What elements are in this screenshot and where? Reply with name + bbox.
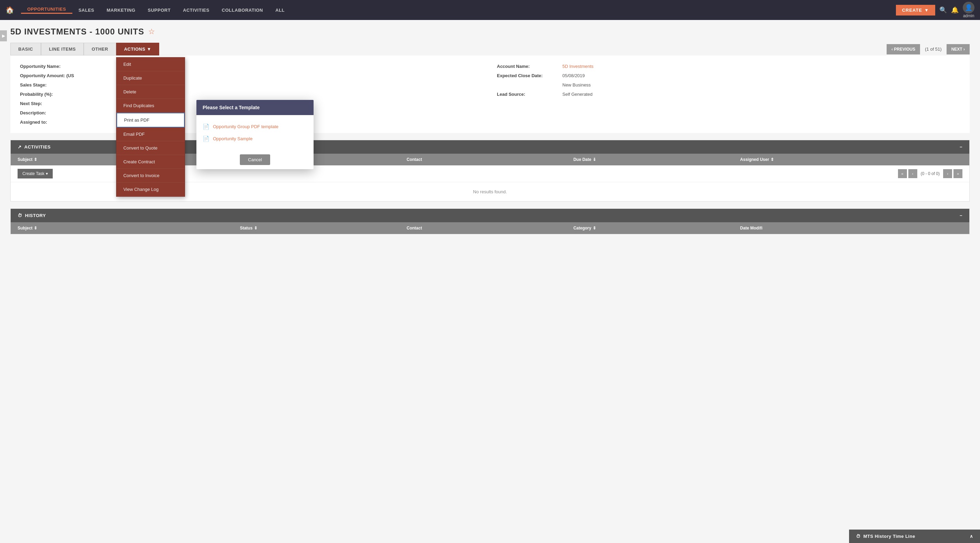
page-title-bar: 5D INVESTMENTS - 1000 UNITS ☆ — [10, 27, 970, 37]
nav-item-opportunities[interactable]: OPPORTUNITIES — [21, 6, 72, 14]
pager-info: (0 - 0 of 0) — [919, 171, 942, 176]
sort-icon[interactable]: ⇕ — [593, 226, 596, 231]
page-info: (1 of 51) — [922, 46, 944, 52]
close-date-label: Expected Close Date: — [497, 73, 559, 78]
sales-stage-label: Sales Stage: — [20, 82, 82, 88]
actions-dropdown: Edit Duplicate Delete Find Duplicates Pr… — [116, 57, 185, 197]
modal-title: Please Select a Template — [203, 105, 260, 110]
template-name-1[interactable]: Opportunity Sample — [213, 136, 253, 141]
hist-col-status: Status ⇕ — [240, 226, 407, 231]
business-type-value: New Business — [562, 82, 590, 88]
home-icon[interactable]: 🏠 — [5, 6, 14, 14]
field-lead-source: Lead Source: Self Generated — [497, 92, 960, 97]
action-convert-quote[interactable]: Convert to Quote — [116, 141, 185, 155]
favorite-icon[interactable]: ☆ — [148, 27, 155, 36]
history-clock-icon: ⏱ — [18, 213, 22, 218]
pager-last[interactable]: » — [953, 169, 963, 178]
history-timeline-collapse[interactable]: ∧ — [970, 534, 974, 539]
template-item-0[interactable]: 📄 Opportunity Group PDF template — [203, 121, 307, 133]
action-email-pdf[interactable]: Email PDF — [116, 127, 185, 141]
sidebar-toggle[interactable]: ▶ — [0, 30, 7, 41]
actions-tab-wrapper: ACTIONS ▼ Edit Duplicate Delete Find Dup… — [116, 43, 159, 56]
nav-right: CREATE ▼ 🔍 🔔 👤 admin — [896, 2, 975, 18]
activities-trend-icon: ↗ — [18, 144, 22, 150]
create-button[interactable]: CREATE ▼ — [896, 5, 935, 16]
create-task-button[interactable]: Create Task ▾ — [18, 169, 53, 178]
nav-items: OPPORTUNITIES SALES MARKETING SUPPORT AC… — [21, 6, 896, 14]
history-timeline-icon: ⏱ — [856, 534, 861, 539]
next-step-label: Next Step: — [20, 101, 82, 106]
tab-line-items[interactable]: LINE ITEMS — [41, 43, 84, 56]
sort-icon[interactable]: ⇕ — [34, 226, 37, 231]
nav-item-all[interactable]: ALL — [269, 8, 291, 13]
hist-col-date: Date Modifi — [740, 226, 963, 231]
prev-button[interactable]: ‹ PREVIOUS — [887, 44, 920, 54]
template-name-0[interactable]: Opportunity Group PDF template — [213, 124, 278, 129]
opp-name-label: Opportunity Name: — [20, 64, 82, 69]
history-header: ⏱ HISTORY − — [11, 209, 969, 222]
cancel-button[interactable]: Cancel — [240, 154, 270, 165]
pager-first[interactable]: « — [898, 169, 907, 178]
activities-pager: « ‹ (0 - 0 of 0) › » — [898, 169, 963, 178]
lead-source-label: Lead Source: — [497, 92, 559, 97]
template-modal: Please Select a Template 📄 Opportunity G… — [196, 100, 313, 169]
page-content: ▶ 5D INVESTMENTS - 1000 UNITS ☆ BASIC LI… — [0, 20, 980, 543]
detail-right: Account Name: 5D Investments Expected Cl… — [497, 64, 960, 125]
nav-item-activities[interactable]: ACTIVITIES — [177, 8, 216, 13]
top-nav: 🏠 OPPORTUNITIES SALES MARKETING SUPPORT … — [0, 0, 980, 20]
nav-item-collaboration[interactable]: COLLABORATION — [216, 8, 269, 13]
tab-actions[interactable]: ACTIONS ▼ — [116, 43, 159, 56]
user-avatar[interactable]: 👤 — [963, 2, 975, 13]
action-duplicate[interactable]: Duplicate — [116, 71, 185, 85]
action-delete[interactable]: Delete — [116, 85, 185, 99]
col-contact: Contact — [407, 157, 573, 162]
create-task-label: Create Task — [22, 171, 45, 176]
nav-item-marketing[interactable]: MARKETING — [100, 8, 142, 13]
action-convert-invoice[interactable]: Convert to Invoice — [116, 169, 185, 183]
tab-basic[interactable]: BASIC — [10, 43, 41, 56]
field-sales-stage: Sales Stage: — [20, 82, 483, 88]
sort-icon[interactable]: ⇕ — [34, 157, 37, 162]
admin-label: admin — [963, 13, 975, 18]
col-assigned-user: Assigned User ⇕ — [740, 157, 963, 162]
assigned-label: Assigned to: — [20, 119, 82, 125]
action-print-pdf[interactable]: Print as PDF — [116, 113, 185, 127]
hist-col-contact: Contact — [407, 226, 573, 231]
tabs-bar: BASIC LINE ITEMS OTHER ACTIONS ▼ Edit Du… — [10, 43, 970, 56]
action-view-change-log[interactable]: View Change Log — [116, 183, 185, 196]
history-collapse-icon[interactable]: − — [960, 213, 963, 218]
field-close-date: Expected Close Date: 05/08/2019 — [497, 73, 960, 78]
create-task-arrow: ▾ — [46, 171, 48, 176]
hist-col-subject: Subject ⇕ — [18, 226, 240, 231]
history-timeline-bar[interactable]: ⏱ MTS History Time Line ∧ — [849, 530, 980, 543]
field-opportunity-name: Opportunity Name: — [20, 64, 483, 69]
modal-header: Please Select a Template — [196, 100, 313, 115]
sort-icon[interactable]: ⇕ — [254, 226, 258, 231]
tab-other[interactable]: OTHER — [84, 43, 116, 56]
activities-collapse-icon[interactable]: − — [960, 144, 963, 150]
hist-col-category: Category ⇕ — [573, 226, 740, 231]
search-icon[interactable]: 🔍 — [939, 6, 947, 14]
nav-item-support[interactable]: SUPPORT — [142, 8, 177, 13]
template-item-1[interactable]: 📄 Opportunity Sample — [203, 133, 307, 145]
next-button[interactable]: NEXT › — [947, 44, 970, 54]
action-find-duplicates[interactable]: Find Duplicates — [116, 99, 185, 113]
field-business-type: New Business — [497, 82, 960, 88]
pager-next[interactable]: › — [943, 169, 952, 178]
history-title: HISTORY — [25, 213, 46, 218]
sort-icon[interactable]: ⇕ — [770, 157, 774, 162]
account-name-value[interactable]: 5D Investments — [562, 64, 593, 69]
action-create-contract[interactable]: Create Contract — [116, 155, 185, 169]
account-name-label: Account Name: — [497, 64, 559, 69]
sort-icon[interactable]: ⇓ — [593, 157, 596, 162]
notification-icon[interactable]: 🔔 — [951, 6, 959, 14]
probability-label: Probability (%): — [20, 92, 82, 97]
history-timeline-label: MTS History Time Line — [864, 534, 915, 539]
description-label: Description: — [20, 110, 82, 115]
history-columns: Subject ⇕ Status ⇕ Contact Category ⇕ Da… — [11, 222, 969, 234]
pager-prev[interactable]: ‹ — [908, 169, 917, 178]
record-pagination: ‹ PREVIOUS (1 of 51) NEXT › — [887, 44, 970, 54]
nav-item-sales[interactable]: SALES — [72, 8, 100, 13]
field-account-name: Account Name: 5D Investments — [497, 64, 960, 69]
action-edit[interactable]: Edit — [116, 57, 185, 71]
